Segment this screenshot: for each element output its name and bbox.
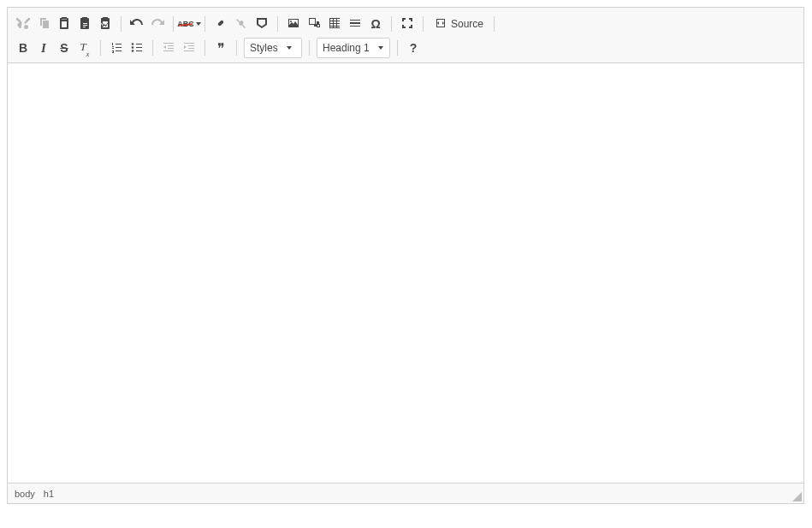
link-button[interactable] (210, 14, 231, 34)
embed-button[interactable] (304, 14, 324, 34)
hr-button[interactable] (345, 14, 365, 34)
strike-icon: S (60, 41, 68, 55)
paste-button[interactable] (54, 14, 74, 34)
strike-button[interactable]: S (54, 38, 74, 58)
embed-icon (307, 16, 321, 33)
hr-icon (348, 16, 362, 33)
unlink-icon (234, 16, 248, 33)
separator (423, 16, 424, 32)
svg-point-1 (132, 46, 134, 49)
undo-icon (130, 16, 144, 33)
image-icon (287, 16, 300, 33)
bold-icon: B (19, 41, 27, 55)
separator (277, 16, 278, 32)
maximize-button[interactable] (397, 14, 418, 34)
cut-icon (16, 16, 30, 33)
paste-word-icon (98, 16, 112, 33)
separator (494, 16, 495, 32)
editor-container: ABC (7, 7, 804, 504)
separator (236, 40, 237, 56)
format-combo-label: Heading 1 (323, 42, 370, 54)
format-combo[interactable]: Heading 1 (317, 38, 390, 58)
spellcheck-button[interactable]: ABC (179, 14, 199, 34)
maximize-icon (400, 16, 414, 33)
separator (204, 40, 205, 56)
styles-combo[interactable]: Styles (244, 38, 302, 58)
unlink-button (231, 14, 252, 34)
separator (204, 16, 205, 32)
link-icon (214, 16, 228, 33)
paste-icon (57, 16, 71, 33)
outdent-icon (162, 40, 175, 56)
anchor-icon (255, 16, 269, 33)
help-icon: ? (410, 41, 418, 55)
editor-content[interactable] (8, 63, 803, 483)
anchor-button[interactable] (252, 14, 272, 34)
remove-format-button[interactable]: Tx (74, 38, 95, 58)
ol-icon (110, 40, 123, 56)
italic-icon: I (41, 41, 46, 56)
separator (397, 40, 398, 56)
source-icon (434, 16, 447, 33)
svg-point-0 (132, 43, 134, 45)
separator (152, 40, 153, 56)
source-label: Source (451, 18, 483, 30)
elements-path-body[interactable]: body (15, 489, 35, 499)
redo-icon (151, 16, 164, 33)
chevron-down-icon (378, 46, 383, 50)
toolbar-row-1: ABC (11, 11, 800, 37)
separator (121, 16, 122, 32)
table-button[interactable] (324, 14, 345, 34)
copy-button (33, 14, 54, 34)
indent-button (179, 38, 199, 58)
about-button[interactable]: ? (403, 38, 424, 58)
italic-button[interactable]: I (33, 38, 54, 58)
blockquote-icon: ❞ (217, 40, 225, 56)
copy-icon (37, 16, 50, 33)
separator (173, 16, 174, 32)
paste-text-icon (78, 16, 92, 33)
image-button[interactable] (283, 14, 304, 34)
paste-text-button[interactable] (74, 14, 95, 34)
spellcheck-icon: ABC (177, 21, 194, 28)
toolbar: ABC (8, 8, 803, 63)
table-icon (328, 16, 341, 33)
styles-combo-label: Styles (250, 42, 278, 54)
blockquote-button[interactable]: ❞ (210, 38, 231, 58)
paste-word-button[interactable] (95, 14, 116, 34)
specialchar-button[interactable]: Ω (365, 14, 386, 34)
source-button[interactable]: Source (429, 14, 489, 34)
indent-icon (182, 40, 196, 56)
ul-icon (130, 40, 144, 56)
ul-button[interactable] (127, 38, 147, 58)
cut-button (13, 14, 33, 34)
remove-format-icon: Tx (80, 40, 90, 56)
resize-handle[interactable] (792, 492, 802, 501)
omega-icon: Ω (370, 17, 380, 31)
elements-path-h1[interactable]: h1 (44, 489, 54, 499)
chevron-down-icon (196, 22, 201, 26)
bold-button[interactable]: B (13, 38, 33, 58)
separator (391, 16, 392, 32)
statusbar: body h1 (8, 483, 803, 503)
outdent-button (158, 38, 179, 58)
undo-button[interactable] (127, 14, 147, 34)
separator (309, 40, 310, 56)
separator (100, 40, 101, 56)
chevron-down-icon (287, 46, 292, 50)
ol-button[interactable] (106, 38, 127, 58)
redo-button (147, 14, 168, 34)
svg-point-2 (132, 50, 134, 52)
toolbar-row-2: B I S Tx (11, 37, 800, 62)
